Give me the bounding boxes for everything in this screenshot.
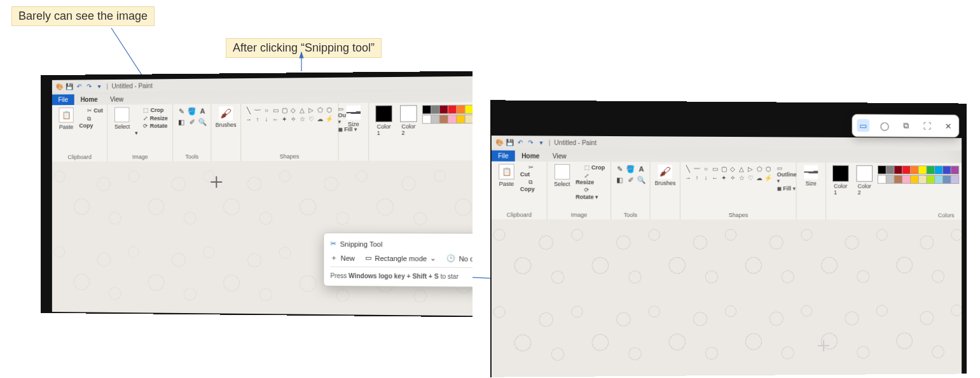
select-button[interactable]: Select	[551, 164, 574, 187]
resize-button[interactable]: ⤢ Resize	[135, 115, 169, 122]
crop-button[interactable]: ⬚ Crop	[135, 107, 169, 114]
color-swatch[interactable]	[910, 165, 919, 174]
snip-window-icon[interactable]: ⧉	[899, 120, 912, 132]
color2-button[interactable]: Color 2	[854, 165, 875, 196]
brushes-button[interactable]: 🖌Brushes	[654, 165, 676, 186]
tab-file[interactable]: File	[492, 150, 515, 161]
color-swatch[interactable]	[902, 175, 911, 184]
color-swatch[interactable]	[894, 175, 902, 184]
canvas-area[interactable]	[492, 220, 962, 377]
picker-icon[interactable]: ✐	[188, 118, 197, 127]
redo-icon[interactable]: ↷	[85, 82, 93, 90]
color-swatch[interactable]	[886, 175, 895, 184]
color1-button[interactable]: Color 1	[373, 105, 395, 136]
paint-logo-icon: 🎨	[495, 138, 503, 146]
snip-freeform-icon[interactable]: ◯	[878, 119, 891, 132]
eraser-icon[interactable]: ◧	[177, 118, 186, 127]
color-swatch[interactable]	[910, 175, 919, 184]
qat-dropdown-icon[interactable]: ▾	[537, 138, 544, 146]
tab-view[interactable]: View	[104, 94, 130, 105]
magnifier-icon[interactable]: 🔍	[198, 117, 207, 126]
snip-delay-button[interactable]: 🕒No del	[446, 254, 473, 262]
color-palette[interactable]	[422, 104, 473, 123]
cut-button[interactable]: ✂ Cut	[520, 164, 543, 178]
color-palette[interactable]	[878, 165, 958, 184]
paste-button[interactable]: 📋Paste	[495, 164, 518, 188]
color-swatch[interactable]	[422, 115, 431, 123]
image-label: Image	[111, 153, 169, 160]
group-colors: Color 1 Color 2 Colors	[826, 163, 962, 220]
color-swatch[interactable]	[422, 105, 431, 114]
cut-button[interactable]: ✂ Cut	[79, 108, 103, 115]
snip-fullscreen-icon[interactable]: ⛶	[921, 120, 934, 132]
color-swatch[interactable]	[926, 165, 935, 174]
rotate-button[interactable]: ⟳ Rotate ▾	[135, 123, 169, 136]
redo-icon[interactable]: ↷	[527, 138, 534, 146]
color-swatch[interactable]	[902, 165, 911, 174]
color-swatch[interactable]	[448, 105, 457, 114]
tab-home[interactable]: Home	[515, 150, 546, 161]
color-swatch[interactable]	[431, 105, 439, 114]
color-swatch[interactable]	[934, 165, 943, 174]
color-swatch[interactable]	[456, 105, 465, 114]
canvas-doodle	[492, 220, 962, 377]
color-swatch[interactable]	[942, 175, 951, 184]
color-swatch[interactable]	[878, 165, 887, 174]
color-swatch[interactable]	[448, 115, 457, 123]
text-icon[interactable]: A	[637, 164, 645, 173]
undo-icon[interactable]: ↶	[516, 138, 524, 146]
color-swatch[interactable]	[465, 115, 473, 123]
tab-home[interactable]: Home	[74, 94, 104, 105]
resize-button[interactable]: ⤢ Resize	[576, 172, 607, 186]
color-swatch[interactable]	[894, 165, 902, 174]
color-swatch[interactable]	[942, 165, 951, 174]
rotate-button[interactable]: ⟳ Rotate ▾	[576, 187, 607, 200]
color-swatch[interactable]	[465, 105, 473, 114]
bucket-icon[interactable]: 🪣	[626, 164, 635, 173]
size-button[interactable]: Size	[800, 165, 822, 186]
outline-button[interactable]: ▭ Outline ▾	[777, 165, 797, 184]
shapes-gallery[interactable]: ╲〰○▭▢◇△▷⬠⬡ →↑↓←✦✧☆♡☁⚡	[245, 106, 333, 123]
paste-button[interactable]: 📋 Paste	[56, 108, 77, 130]
snip-new-button[interactable]: ＋New	[330, 253, 354, 263]
color-swatch[interactable]	[951, 175, 960, 184]
undo-icon[interactable]: ↶	[76, 82, 83, 90]
color2-button[interactable]: Color 2	[397, 105, 420, 136]
snip-mode-button[interactable]: ▭Rectangle mode ⌄	[365, 254, 436, 263]
select-button[interactable]: Select	[111, 107, 132, 130]
pencil-icon[interactable]: ✎	[177, 107, 186, 116]
color-swatch[interactable]	[886, 165, 895, 174]
color-swatch[interactable]	[456, 115, 465, 123]
color-swatch[interactable]	[439, 105, 448, 114]
brushes-button[interactable]: 🖌 Brushes	[215, 106, 237, 128]
brushes-label	[215, 153, 237, 160]
shapes-gallery[interactable]: ╲〰○▭▢◇△▷⬠⬡ →↑↓←✦✧☆♡☁⚡	[684, 165, 772, 181]
picker-icon[interactable]: ✐	[626, 175, 635, 184]
copy-button[interactable]: ⧉ Copy	[79, 115, 103, 129]
color-swatch[interactable]	[878, 175, 887, 184]
crop-button[interactable]: ⬚ Crop	[576, 164, 607, 171]
copy-button[interactable]: ⧉ Copy	[520, 179, 543, 192]
tab-file[interactable]: File	[52, 94, 74, 105]
color-swatch[interactable]	[439, 115, 448, 123]
save-icon[interactable]: 💾	[66, 83, 73, 90]
color-swatch[interactable]	[431, 115, 439, 123]
bucket-icon[interactable]: 🪣	[188, 107, 197, 116]
fill-button[interactable]: ◼ Fill ▾	[777, 185, 797, 192]
color-swatch[interactable]	[926, 175, 935, 184]
color-swatch[interactable]	[918, 165, 927, 174]
magnifier-icon[interactable]: 🔍	[637, 176, 645, 185]
tab-view[interactable]: View	[546, 151, 573, 162]
pencil-icon[interactable]: ✎	[615, 164, 624, 173]
text-icon[interactable]: A	[198, 107, 207, 116]
color1-button[interactable]: Color 1	[830, 165, 852, 196]
eraser-icon[interactable]: ◧	[615, 175, 624, 184]
qat-dropdown-icon[interactable]: ▾	[95, 82, 103, 90]
save-icon[interactable]: 💾	[506, 138, 513, 146]
size-button[interactable]: Size	[343, 106, 364, 127]
color-swatch[interactable]	[918, 175, 927, 184]
color-swatch[interactable]	[951, 165, 960, 174]
snip-close-icon[interactable]: ✕	[942, 120, 955, 132]
color-swatch[interactable]	[934, 175, 943, 184]
snip-rect-icon[interactable]: ▭	[857, 119, 869, 132]
